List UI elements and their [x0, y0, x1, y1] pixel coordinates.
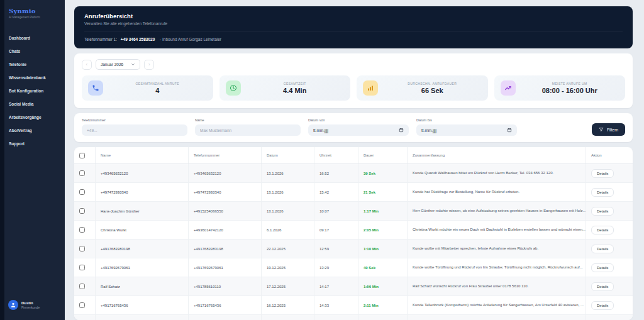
header-divider — [84, 31, 623, 31]
row-checkbox[interactable] — [79, 227, 85, 233]
cell-name: +491716765436 — [96, 296, 189, 314]
calendar-icon — [507, 128, 512, 133]
sidebar-item[interactable]: Abo/Vertrag — [0, 124, 65, 137]
cell-time: 09:17 — [314, 221, 358, 239]
phone-icon — [88, 80, 103, 96]
row-checkbox[interactable] — [79, 208, 85, 214]
stat-avg-duration: DURCHSCHN. ANRUFDAUER 66 Sek — [357, 75, 488, 101]
cell-time: 14:30 — [314, 315, 358, 320]
row-checkbox[interactable] — [79, 170, 85, 176]
stat-value: 08:00 - 16:00 Uhr — [521, 87, 619, 94]
cell-duration: 40 Sek — [358, 258, 408, 277]
cell-phone: +4917683383198 — [189, 240, 262, 258]
cell-time: 16:52 — [314, 164, 358, 182]
funnel-icon — [599, 127, 604, 132]
calendar-icon — [399, 128, 404, 133]
phone-filter-input[interactable] — [82, 124, 187, 136]
date-to-input[interactable]: tt.mm.jjjj — [416, 124, 517, 136]
col-summary: Zusammenfassung — [408, 147, 586, 163]
stats-row: GESAMTANZAHL ANRUFE 4 GESAMTZEIT 4.4 Min — [82, 75, 625, 101]
cell-summary: Ralf Schatz wünscht Rückruf von Frau Str… — [413, 277, 528, 295]
cell-summary: Kunde wollte mit Mitarbeiter sprechen, l… — [413, 240, 538, 258]
cell-phone: +4917692679061 — [189, 258, 262, 277]
row-checkbox[interactable] — [79, 284, 85, 289]
name-filter-label: Name — [195, 118, 301, 122]
table-row: +493465632120 +493465632120 13.1.2026 16… — [74, 164, 633, 183]
sidebar-item[interactable]: Telefonie — [0, 58, 65, 71]
stat-label: MEISTE ANRUFE UM — [521, 82, 619, 86]
cell-time: 14:17 — [314, 277, 358, 295]
details-button[interactable]: Details — [591, 188, 614, 197]
next-month-button[interactable]: › — [144, 60, 154, 70]
cell-date: 13.1.2026 — [262, 164, 314, 182]
cell-duration: 21 Sek — [358, 183, 408, 201]
row-checkbox[interactable] — [79, 246, 85, 251]
month-select[interactable]: Januar 2026 — [96, 59, 140, 70]
phone-line-desc: - Inbound Anruf Gorgas Leinetaler — [160, 37, 221, 41]
sidebar-item[interactable]: Dashboard — [0, 31, 65, 45]
prev-month-button[interactable]: ‹ — [82, 60, 92, 70]
table-header: Name Telefonnummer Datum Uhrzeit Dauer Z… — [74, 147, 633, 164]
page-title: Anruferübersicht — [84, 13, 623, 19]
cell-name: +4917692679061 — [96, 258, 189, 277]
sidebar-item[interactable]: Support — [0, 137, 65, 150]
app-root: Synmio AI Management Platform Dashboard … — [0, 0, 644, 320]
person-icon — [10, 302, 16, 308]
date-to-label: Datum bis — [416, 118, 517, 122]
stat-total-time: GESAMTZEIT 4.4 Min — [219, 75, 351, 101]
cell-summary: Kunde Quandt Wallhausen bittet um Rückru… — [413, 164, 553, 182]
filter-button[interactable]: Filtern — [592, 123, 625, 136]
bar-chart-icon — [363, 80, 378, 96]
cell-time: 12:59 — [314, 240, 358, 258]
cell-phone: +491716765436 — [189, 315, 262, 320]
clock-icon — [226, 80, 241, 96]
details-button[interactable]: Details — [591, 282, 614, 291]
details-button[interactable]: Details — [591, 207, 614, 216]
date-from-input[interactable]: tt.mm.jjjj — [308, 124, 409, 136]
details-button[interactable]: Details — [591, 263, 614, 272]
cell-summary: Kunde wollte Türöffnung und Rückruf von … — [413, 258, 583, 277]
sidebar-item[interactable]: Arbeitsvorgänge — [0, 111, 65, 124]
cell-time: 15:42 — [314, 183, 358, 201]
select-all-checkbox[interactable] — [79, 153, 85, 158]
user-name: Dustin — [21, 301, 40, 305]
cell-name: +4917683383198 — [96, 240, 189, 258]
cell-name: +497472930340 — [96, 183, 189, 201]
cell-summary: Kunde möchte anliefern; Anliegen wird au… — [413, 315, 534, 320]
name-filter-input[interactable] — [195, 124, 301, 136]
avatar — [8, 300, 18, 310]
cell-duration: 2:11 Min — [358, 296, 408, 314]
cell-name: Hans-Joachim Günther — [96, 202, 189, 220]
table-row: +491716765436 +491716765436 16.12.2025 1… — [74, 315, 633, 320]
cell-summary: Kunde Tellenbrock (Kompotherm) möchte An… — [413, 296, 584, 314]
cell-duration: 1:17 Min — [358, 202, 408, 220]
user-role: Firmenkunde — [21, 306, 40, 309]
cell-name: +493465632120 — [96, 164, 189, 182]
cell-duration: 1:56 Min — [358, 277, 408, 295]
details-button[interactable]: Details — [591, 301, 614, 310]
sidebar-item[interactable]: Wissensdatenbank — [0, 71, 65, 84]
sidebar-item[interactable]: Social Media — [0, 97, 65, 111]
month-select-value: Januar 2026 — [101, 62, 123, 67]
sidebar: Synmio AI Management Platform Dashboard … — [0, 0, 65, 320]
page-header: Anruferübersicht Verwalten Sie alle eing… — [74, 6, 633, 48]
details-button[interactable]: Details — [591, 245, 614, 253]
cell-phone: +4915254066550 — [189, 202, 262, 220]
col-phone: Telefonnummer — [189, 147, 262, 163]
cell-summary: Herr Günther möchte wissen, ob eine Aufs… — [413, 202, 586, 220]
details-button[interactable]: Details — [591, 169, 614, 178]
sidebar-item[interactable]: Chats — [0, 45, 65, 58]
cell-date: 13.1.2026 — [262, 202, 314, 220]
table-body: +493465632120 +493465632120 13.1.2026 16… — [74, 164, 633, 320]
cell-duration: 39 Sek — [358, 164, 408, 182]
row-checkbox[interactable] — [79, 265, 85, 270]
user-profile[interactable]: Dustin Firmenkunde — [8, 300, 40, 310]
table-row: +4917692679061 +4917692679061 19.12.2025… — [74, 258, 633, 277]
row-checkbox[interactable] — [79, 302, 85, 308]
row-checkbox[interactable] — [79, 189, 85, 195]
chevron-down-icon — [131, 62, 135, 67]
sidebar-item[interactable]: Bot Konfiguration — [0, 84, 65, 97]
details-button[interactable]: Details — [591, 226, 614, 234]
filter-card: Telefonnummer Name Datum von tt.mm.jjjj … — [74, 113, 633, 142]
cell-date: 19.12.2025 — [262, 258, 314, 277]
